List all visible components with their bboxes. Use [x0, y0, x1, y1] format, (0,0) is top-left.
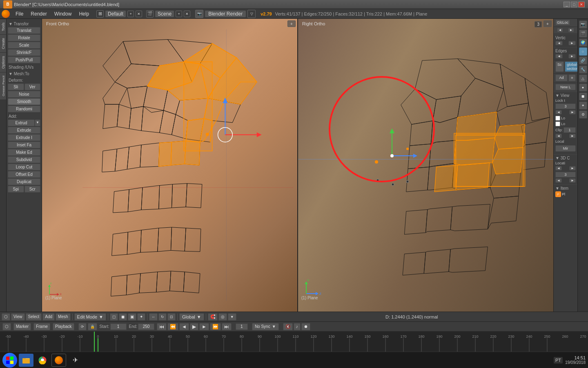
menu-file[interactable]: File: [12, 10, 27, 18]
spin-btn[interactable]: Spi: [8, 186, 24, 193]
clip-prev-btn[interactable]: ◄: [555, 134, 562, 138]
maximize-btn[interactable]: □: [571, 2, 577, 7]
sync-audio-btn[interactable]: ♪: [294, 323, 301, 330]
constraint-icon-btn[interactable]: 🔗: [579, 56, 587, 65]
prev-frame-btn[interactable]: ⏪: [167, 323, 178, 330]
mode-dropdown[interactable]: Edit Mode ▼: [74, 313, 106, 321]
viewport-left-canvas[interactable]: Front Ortho + (1) Plane X Y: [42, 19, 297, 312]
tools-tab[interactable]: Tools: [0, 19, 6, 34]
rendered-btn[interactable]: ✦: [137, 313, 145, 321]
viewport-left[interactable]: Front Ortho + (1) Plane X Y: [42, 19, 298, 312]
minimize-btn[interactable]: _: [564, 2, 570, 7]
anim-lock-btn[interactable]: 🔒: [88, 323, 97, 330]
texture-btn[interactable]: ▣: [128, 313, 136, 321]
current-frame[interactable]: 1: [236, 323, 248, 330]
duplicate-btn[interactable]: Duplicat: [8, 178, 40, 185]
sync-dropdown[interactable]: No Sync ▼: [252, 323, 279, 330]
extrude-dropdown[interactable]: Extrud: [8, 119, 35, 126]
extrude-arrow[interactable]: ▼: [35, 119, 40, 126]
view-next-btn[interactable]: ►: [569, 110, 576, 114]
vertex-right-btn[interactable]: ►: [568, 41, 576, 45]
screw-btn[interactable]: Scr: [24, 186, 41, 193]
add-btn[interactable]: Add: [42, 313, 55, 321]
glcloc-btn[interactable]: GlcLoc: [555, 20, 570, 25]
edges-right-btn[interactable]: ►: [568, 54, 576, 58]
prev-keyframe-btn[interactable]: ◄: [179, 323, 189, 330]
manip-btn[interactable]: ↔: [149, 313, 158, 321]
timeline-playback-btn[interactable]: Playback: [53, 323, 74, 330]
texture-icon-btn[interactable]: 🔲: [579, 92, 587, 101]
menu-help[interactable]: Help: [76, 10, 92, 18]
start-button[interactable]: [2, 353, 17, 368]
inset-faces-btn[interactable]: Inset Fa: [8, 141, 40, 148]
record-btn[interactable]: ⏺: [301, 323, 310, 330]
jump-end-btn[interactable]: ⏭: [222, 323, 232, 330]
next-keyframe-btn[interactable]: ►: [199, 323, 209, 330]
world-icon-btn[interactable]: 🌍: [579, 38, 587, 47]
val-next-btn[interactable]: ►: [569, 178, 576, 183]
locati-3-value[interactable]: 3: [555, 172, 576, 177]
view-btn[interactable]: View: [11, 313, 25, 321]
scene-plus[interactable]: +: [176, 11, 182, 17]
plus-btn[interactable]: +: [568, 74, 576, 81]
renderer-name[interactable]: Blender Render: [205, 11, 246, 17]
start-frame[interactable]: 1: [110, 323, 127, 330]
blender-btn[interactable]: [51, 354, 66, 367]
obj-btn[interactable]: global-section: [565, 61, 577, 72]
end-frame[interactable]: 250: [138, 323, 154, 330]
file-explorer-btn[interactable]: [19, 354, 33, 367]
workspace-name[interactable]: Default: [105, 11, 126, 17]
select-btn[interactable]: Select: [26, 313, 42, 321]
material-icon-btn[interactable]: ●: [579, 83, 587, 92]
scene-icon-btn[interactable]: 🎬: [579, 29, 587, 38]
prop-type-btn[interactable]: ▼: [228, 313, 236, 321]
scale-btn[interactable]: Scale: [8, 42, 40, 49]
rotate-manip-btn[interactable]: ↻: [158, 313, 167, 321]
vertex-left-btn[interactable]: ◄: [555, 41, 563, 45]
loop-cut-btn[interactable]: Loop Cut: [8, 164, 40, 171]
mute-btn[interactable]: 🔇: [283, 323, 293, 330]
solid-btn[interactable]: ◼: [119, 313, 127, 321]
airplane-btn[interactable]: ✈: [68, 354, 82, 367]
transform-right-btn[interactable]: ►: [568, 28, 575, 32]
particles-icon-btn[interactable]: ✦: [579, 101, 587, 110]
locati-prev-btn[interactable]: ◄: [555, 166, 562, 171]
new-layer-btn[interactable]: New L: [555, 84, 576, 90]
noise-btn[interactable]: Noise: [8, 91, 40, 98]
play-btn[interactable]: ▶: [190, 323, 198, 330]
timeline[interactable]: -50 -40 -30 -20 -10 0 10 20 30 40 50 60 …: [0, 331, 588, 352]
grease-pencil-tab[interactable]: Grease Pencil: [0, 72, 6, 99]
sc-btn[interactable]: Sc: [555, 61, 564, 72]
mir-btn[interactable]: Mir: [555, 145, 576, 152]
clip-value[interactable]: 1: [564, 127, 576, 133]
subdivide-btn[interactable]: Subdivid: [8, 156, 40, 163]
lo-checkbox-1[interactable]: [555, 116, 560, 121]
numpad-3-btn[interactable]: 3: [535, 21, 542, 27]
proportional-btn[interactable]: ◎: [218, 313, 227, 321]
slide-btn[interactable]: Sli: [8, 83, 24, 90]
view-prev-btn[interactable]: ◄: [555, 110, 562, 114]
chrome-btn[interactable]: [35, 354, 50, 367]
numpad3-value[interactable]: 3: [555, 103, 576, 109]
transform-left-btn[interactable]: ◄: [557, 28, 564, 32]
render-icon-btn[interactable]: 📷: [579, 20, 587, 29]
snap-btn[interactable]: 🧲: [208, 313, 218, 321]
workspace-x[interactable]: ✕: [136, 11, 142, 17]
smooth-btn[interactable]: Smooth: [8, 98, 40, 105]
pushpull-btn[interactable]: Push/Pull: [8, 56, 40, 63]
extrude-btn[interactable]: Extrude: [8, 127, 40, 134]
rotate-btn[interactable]: Rotate: [8, 34, 40, 41]
create-tab[interactable]: Create: [0, 34, 6, 52]
physics-icon-btn[interactable]: ⚙: [579, 110, 587, 119]
extrude-individual-btn[interactable]: Extrude I: [8, 134, 40, 141]
wireframe-btn[interactable]: ◻: [110, 313, 118, 321]
shrinkfatten-btn[interactable]: Shrink/F: [8, 49, 40, 56]
next-frame-btn[interactable]: ⏩: [210, 323, 221, 330]
close-btn[interactable]: ✕: [578, 2, 585, 7]
edges-left-btn[interactable]: ◄: [555, 54, 563, 58]
menu-window[interactable]: Window: [51, 10, 75, 18]
options-tab[interactable]: Options: [0, 52, 6, 72]
view-history-btn[interactable]: ⬡: [2, 313, 10, 321]
viewport-right-corner[interactable]: +: [543, 20, 552, 27]
viewport-right[interactable]: Right Ortho 3 + (1) Plane Z Y: [298, 19, 553, 312]
